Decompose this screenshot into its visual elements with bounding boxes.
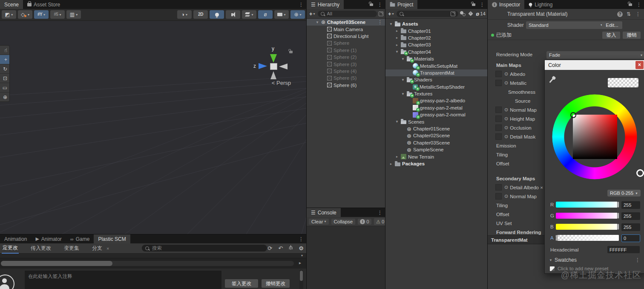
project-item-chapter03scene[interactable]: ⊛Chapter03Scene xyxy=(385,139,487,146)
texture-slot[interactable] xyxy=(495,133,502,140)
preset-icon[interactable]: ⇅ xyxy=(627,11,631,17)
sv-cursor[interactable] xyxy=(570,112,576,118)
rect-tool-button[interactable]: ▭ xyxy=(0,83,9,92)
hex-field[interactable] xyxy=(607,246,640,253)
scale-tool-button[interactable]: ⊡ xyxy=(0,74,9,83)
hscroll-track[interactable] xyxy=(1,261,294,266)
measure-tool-button[interactable]: ▥▾ xyxy=(66,10,81,19)
hierarchy-item-sphere-2[interactable]: Sphere (2) xyxy=(307,54,385,61)
foldout-triangle-icon[interactable]: ▸ xyxy=(395,43,399,47)
gizmo-lock-icon[interactable] xyxy=(289,51,293,53)
project-create-button[interactable]: + ▾ xyxy=(387,11,395,17)
gizmo-south-cone[interactable] xyxy=(270,71,276,79)
shader-edit-button[interactable]: Edit... xyxy=(602,21,622,29)
eyedropper-icon[interactable] xyxy=(549,78,553,83)
foldout-triangle-icon[interactable]: ▼ xyxy=(389,22,393,26)
vcs-revert-button[interactable]: 撤销 xyxy=(623,32,641,39)
console-clear-button[interactable]: Clear ▾ xyxy=(309,219,329,225)
effects-toggle-button[interactable]: ▾ xyxy=(242,10,256,19)
current-color-swatch[interactable] xyxy=(608,78,638,87)
gizmo-z-axis-cone[interactable] xyxy=(259,63,267,69)
tab-console[interactable]: ☰ Console xyxy=(307,208,341,217)
hierarchy-search-box[interactable] xyxy=(318,11,377,17)
project-item-metallicsetupshader[interactable]: S+MetallicSetupShader xyxy=(385,84,487,90)
slider-handle[interactable] xyxy=(617,202,618,208)
hue-wheel[interactable] xyxy=(552,94,637,179)
undo-icon[interactable]: ↶ xyxy=(278,245,283,251)
channel-track-r[interactable] xyxy=(556,202,619,208)
item-kebab-icon[interactable]: ⋮ xyxy=(378,19,383,25)
gizmo-east-cone[interactable] xyxy=(279,64,288,69)
color-picker-titlebar[interactable]: Color × xyxy=(545,60,644,70)
tag-icon[interactable] xyxy=(469,11,473,16)
project-item-packages[interactable]: ▸Packages xyxy=(385,160,487,167)
plastic-search-input[interactable] xyxy=(151,245,264,251)
inspector-kebab-icon[interactable]: ⋮ xyxy=(635,2,642,8)
console-log-area[interactable] xyxy=(307,226,385,289)
refresh-icon[interactable]: ⟳ xyxy=(267,245,272,251)
foldout-triangle-icon[interactable]: ▸ xyxy=(395,36,399,40)
channel-value-field[interactable] xyxy=(621,201,640,209)
console-kebab-icon[interactable]: ⋮ xyxy=(377,210,383,216)
hierarchy-item-directional-light[interactable]: Directional Light xyxy=(307,33,385,40)
project-item-chapter01[interactable]: ▸Chapter01 xyxy=(385,27,487,34)
tab-animation[interactable]: Animation xyxy=(0,234,31,243)
slider-handle[interactable] xyxy=(617,224,618,230)
scene-visibility-button[interactable]: ø xyxy=(258,10,273,19)
console-collapse-button[interactable]: Collapse xyxy=(331,219,356,225)
hand-tool-button[interactable]: ☝ xyxy=(0,46,9,55)
texture-slot[interactable] xyxy=(495,124,502,131)
channel-track-a[interactable] xyxy=(556,235,619,241)
plastic-search-box[interactable] xyxy=(142,245,267,251)
channel-value-input[interactable] xyxy=(622,235,640,242)
grid-visibility-button[interactable]: #Y▾ xyxy=(34,10,49,19)
foldout-triangle-icon[interactable]: ▸ xyxy=(389,162,393,166)
foldout-triangle-icon[interactable]: ▼ xyxy=(395,50,399,54)
foldout-triangle-icon[interactable]: ▼ xyxy=(395,120,399,124)
audio-toggle-button[interactable] xyxy=(226,10,240,19)
material-kebab-icon[interactable]: ⋮ xyxy=(635,11,641,17)
hierarchy-item-sphere[interactable]: Sphere xyxy=(307,40,385,46)
perspective-toggle[interactable]: < Persp xyxy=(272,80,291,86)
inspector-lock-icon[interactable] xyxy=(629,3,632,6)
tab-inspector[interactable]: i Inspector xyxy=(488,0,524,9)
project-lock-icon[interactable] xyxy=(472,3,475,6)
foldout-triangle-icon[interactable]: ▼ xyxy=(315,20,319,24)
nav-传入更改[interactable]: 传入更改 xyxy=(30,243,52,253)
channel-value-field[interactable] xyxy=(621,223,640,231)
shading-mode-button[interactable]: ◑▾ xyxy=(177,10,192,19)
project-item-chapter01scene[interactable]: ⊛Chapter01Scene xyxy=(385,125,487,132)
project-item-textures[interactable]: ▼+Textures xyxy=(385,90,487,97)
console-warning-count[interactable]: ⚠ 0 xyxy=(374,218,385,225)
project-item-greasy-pan-2-normal[interactable]: +greasy-pan-2-normal xyxy=(385,111,487,118)
project-item-chapter04[interactable]: ▼+Chapter04 xyxy=(385,49,487,55)
texture-slot[interactable] xyxy=(495,71,502,77)
nav-变更集[interactable]: 变更集 xyxy=(63,243,80,253)
scene-kebab-icon[interactable]: ⋮ xyxy=(298,2,305,8)
channel-track-g[interactable] xyxy=(556,213,619,219)
2d-toggle-button[interactable]: 2D xyxy=(193,10,208,19)
project-kebab-icon[interactable]: ⋮ xyxy=(479,2,486,8)
project-item-scenes[interactable]: ▼Scenes xyxy=(385,118,487,125)
horizontal-scrollbar[interactable]: ▸ xyxy=(0,258,306,269)
gizmos-toggle-button[interactable]: ⊕▾ xyxy=(290,10,305,19)
comment-input[interactable]: 在此处输入签入注释 xyxy=(25,271,221,289)
project-item-chapter02[interactable]: ▸Chapter02 xyxy=(385,35,487,41)
sort-arrow-icon[interactable]: ▾ xyxy=(301,254,303,257)
settings-gear-icon[interactable]: ⚙ xyxy=(299,245,304,251)
hscroll-thumb[interactable] xyxy=(1,261,112,266)
hierarchy-item-sphere-4[interactable]: Sphere (4) xyxy=(307,68,385,75)
bottom-kebab-icon[interactable]: ⋮ xyxy=(298,236,305,242)
hierarchy-item-sphere-6[interactable]: Sphere (6) xyxy=(307,82,385,89)
nav-分支[interactable]: 分支 xyxy=(91,243,103,253)
slider-handle[interactable] xyxy=(556,235,558,241)
asset-labels-icon[interactable] xyxy=(460,11,466,16)
camera-settings-button[interactable]: ▾ xyxy=(274,10,289,19)
hierarchy-lock-icon[interactable] xyxy=(370,3,373,6)
nav-定更改[interactable]: 定更改 xyxy=(2,243,19,254)
help-icon[interactable]: ? xyxy=(617,12,623,17)
tool-handle-rotation-button[interactable]: ◇▾ xyxy=(18,10,32,19)
close-button[interactable]: × xyxy=(635,61,644,69)
rendering-mode-dropdown[interactable]: Fade ▾ xyxy=(546,51,644,59)
project-item-metallicsetupmat[interactable]: +MetallicSetupMat xyxy=(385,62,487,69)
